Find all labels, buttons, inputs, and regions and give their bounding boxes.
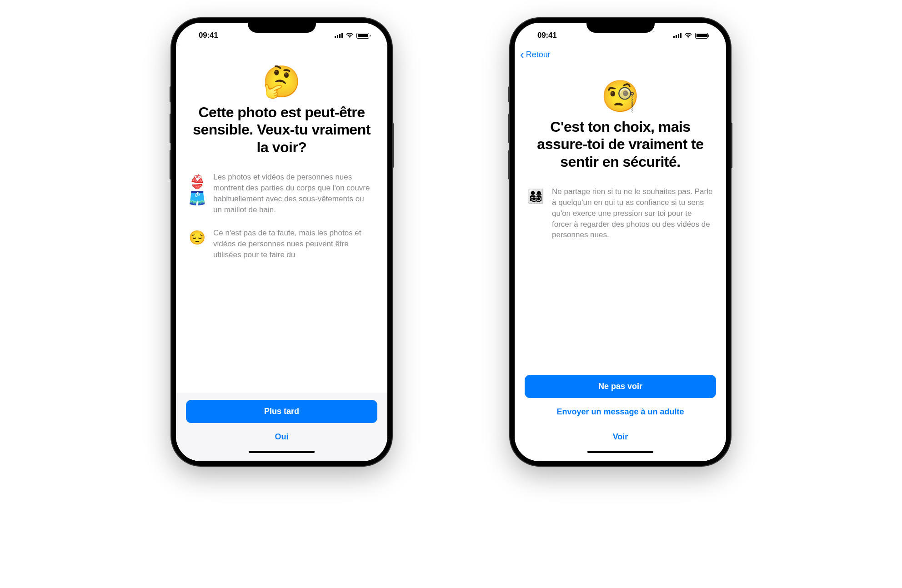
- info-list: 👨‍👩‍👧‍👦 Ne partage rien si tu ne le souh…: [525, 186, 716, 240]
- phone-mockup-2: 09:41 ‹ Retour 🧐 C'est ton choix, ma: [510, 18, 731, 466]
- family-icon: 👨‍👩‍👧‍👦: [527, 188, 544, 204]
- battery-icon: [695, 33, 708, 39]
- status-bar: 09:41: [515, 23, 726, 45]
- thinking-face-icon: 🤔: [186, 66, 377, 97]
- content-area: 🤔 Cette photo est peut-être sensible. Ve…: [176, 50, 387, 393]
- wifi-icon: [346, 31, 354, 40]
- later-button[interactable]: Plus tard: [186, 400, 377, 423]
- status-bar: 09:41: [176, 23, 387, 45]
- pensive-face-icon: 😔: [189, 229, 205, 246]
- yes-button[interactable]: Oui: [186, 426, 377, 448]
- info-text: Les photos et vidéos de personnes nues m…: [213, 172, 375, 215]
- modal-sheet-handle: [176, 45, 387, 50]
- dont-view-button[interactable]: Ne pas voir: [525, 375, 716, 398]
- info-item: 👨‍👩‍👧‍👦 Ne partage rien si tu ne le souh…: [527, 186, 713, 240]
- battery-icon: [356, 33, 369, 39]
- info-list: 👙🩳 Les photos et vidéos de personnes nue…: [186, 172, 377, 260]
- content-area: 🧐 C'est ton choix, mais assure-toi de vr…: [515, 65, 726, 368]
- status-icons: [673, 31, 708, 40]
- page-title: Cette photo est peut-être sensible. Veux…: [186, 104, 377, 156]
- nav-bar: ‹ Retour: [515, 45, 726, 65]
- home-indicator[interactable]: [587, 451, 653, 453]
- button-area: Ne pas voir Envoyer un message à un adul…: [515, 368, 726, 461]
- status-time: 09:41: [199, 31, 218, 40]
- message-adult-button[interactable]: Envoyer un message à un adulte: [525, 401, 716, 423]
- chevron-left-icon: ‹: [520, 49, 524, 60]
- back-label: Retour: [526, 50, 551, 60]
- phone-mockup-1: 09:41 🤔 Cette photo est peut-être sensib…: [171, 18, 392, 466]
- view-button[interactable]: Voir: [525, 426, 716, 448]
- cellular-signal-icon: [335, 33, 343, 38]
- info-text: Ce n'est pas de ta faute, mais les photo…: [213, 228, 375, 260]
- screen-1: 09:41 🤔 Cette photo est peut-être sensib…: [176, 23, 387, 461]
- cellular-signal-icon: [673, 33, 682, 38]
- status-time: 09:41: [537, 31, 556, 40]
- monocle-face-icon: 🧐: [525, 80, 716, 111]
- info-item: 👙🩳 Les photos et vidéos de personnes nue…: [189, 172, 375, 215]
- back-button[interactable]: ‹ Retour: [520, 49, 551, 60]
- swimwear-icon: 👙🩳: [189, 174, 205, 206]
- home-indicator[interactable]: [249, 451, 315, 453]
- info-text: Ne partage rien si tu ne le souhaites pa…: [552, 186, 713, 240]
- wifi-icon: [684, 31, 692, 40]
- status-icons: [335, 31, 369, 40]
- button-area: Plus tard Oui: [176, 393, 387, 461]
- page-title: C'est ton choix, mais assure-toi de vrai…: [525, 118, 716, 170]
- screen-2: 09:41 ‹ Retour 🧐 C'est ton choix, ma: [515, 23, 726, 461]
- info-item: 😔 Ce n'est pas de ta faute, mais les pho…: [189, 228, 375, 260]
